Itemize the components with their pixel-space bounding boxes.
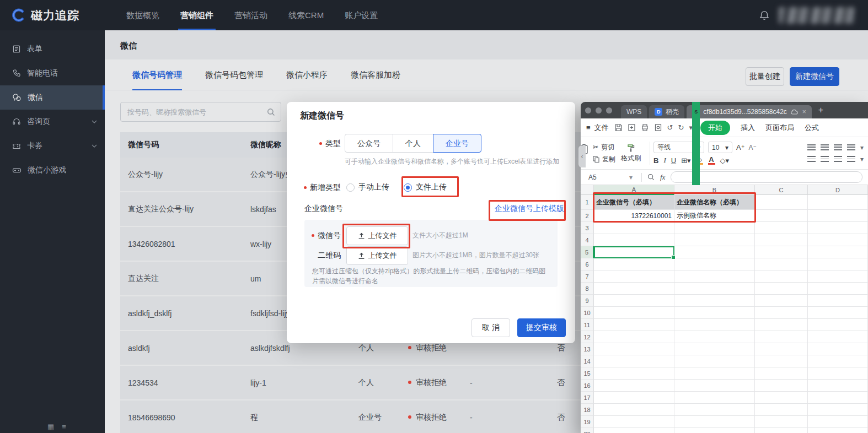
sheet-column-header[interactable]: C [755, 185, 808, 195]
sheet-row-header[interactable]: 5 [581, 246, 594, 258]
font-size-select[interactable]: 10 ▾ [708, 142, 732, 153]
orientation-icon[interactable] [847, 144, 855, 150]
sheet-cell[interactable] [674, 380, 755, 392]
sheet-cell[interactable] [594, 307, 674, 319]
sheet-cell[interactable] [674, 428, 755, 433]
wps-document-tab[interactable]: Scf8db1d35d9...5285858c42c× [687, 105, 811, 118]
sheet-cell[interactable] [755, 222, 808, 234]
sheet-cell[interactable] [755, 416, 808, 428]
increase-font-icon[interactable]: A⁺ [736, 143, 745, 151]
sheet-row-header[interactable]: 3 [581, 222, 594, 234]
sheet-cell[interactable] [594, 295, 674, 307]
save-icon[interactable] [614, 123, 623, 132]
sheet-cell[interactable] [755, 319, 808, 331]
sheet-cell[interactable] [755, 258, 808, 270]
sheet-cell[interactable] [674, 222, 755, 234]
sheet-cell[interactable] [755, 270, 808, 283]
sheet-cell[interactable] [808, 367, 868, 380]
template-download-link[interactable]: 企业微信号上传模版 [495, 202, 564, 214]
borders-icon[interactable]: ⊞▾ [681, 156, 690, 165]
sheet-row-header[interactable]: 2 [581, 210, 594, 222]
sheet-cell[interactable] [674, 367, 755, 380]
sheet-cell[interactable] [755, 404, 808, 416]
sheet-cell[interactable] [674, 331, 755, 343]
redo-icon[interactable]: ↻ [678, 123, 684, 132]
sheet-row-header[interactable]: 9 [581, 295, 594, 307]
sheet-row-header[interactable]: 4 [581, 234, 594, 246]
sheet-row-header[interactable]: 19 [581, 416, 594, 428]
sheet-row-header[interactable]: 14 [581, 355, 594, 367]
sheet-cell[interactable] [674, 258, 755, 270]
sheet-row-header[interactable]: 8 [581, 283, 594, 295]
sheet-cell[interactable] [755, 295, 808, 307]
sheet-cell[interactable] [808, 331, 868, 343]
sheet-cell[interactable] [674, 319, 755, 331]
cut-button[interactable]: ✂ 剪切 [593, 143, 615, 152]
sheet-cell[interactable] [755, 428, 808, 433]
sheet-row-header[interactable]: 13 [581, 343, 594, 355]
sheet-cell[interactable]: 企业微信名称（必填） [674, 195, 755, 210]
sheet-cell[interactable] [594, 258, 674, 270]
export-icon[interactable] [628, 123, 636, 132]
sheet-cell[interactable] [594, 367, 674, 380]
sheet-cell[interactable] [674, 307, 755, 319]
more-format-icon[interactable]: ◇▾ [720, 156, 730, 165]
sheet-cell[interactable] [808, 246, 868, 258]
wps-document-tab[interactable]: WPS [621, 105, 647, 118]
sheet-cell[interactable]: 13722610001 [594, 210, 674, 222]
sheet-corner-cell[interactable] [581, 185, 594, 195]
sheet-cell[interactable] [808, 380, 868, 392]
name-box[interactable]: A5 ▾ [585, 174, 636, 181]
sheet-cell[interactable] [808, 428, 868, 433]
underline-button[interactable]: U [671, 156, 676, 165]
sheet-row-header[interactable]: 11 [581, 319, 594, 331]
sheet-row-header[interactable]: 12 [581, 331, 594, 343]
sheet-cell[interactable] [808, 319, 868, 331]
sheet-cell[interactable] [755, 380, 808, 392]
upload-file-button-qrcode[interactable]: 上传文件 [346, 246, 408, 265]
sheet-cell[interactable] [808, 416, 868, 428]
format-painter-button[interactable]: 格式刷 [621, 144, 641, 163]
sheet-cell[interactable] [674, 234, 755, 246]
wps-titlebar[interactable]: WPSD稻壳Scf8db1d35d9...5285858c42c×+ [581, 102, 868, 118]
close-tab-icon[interactable]: × [802, 108, 806, 116]
sheet-cell[interactable] [594, 416, 674, 428]
type-option-button[interactable]: 个人 [393, 134, 433, 153]
radio-option[interactable]: 手动上传 [346, 182, 389, 192]
sheet-row-header[interactable]: 17 [581, 392, 594, 404]
sheet-cell[interactable] [594, 270, 674, 283]
sheet-cell[interactable]: 示例微信名称 [674, 210, 755, 222]
sheet-cell[interactable] [674, 404, 755, 416]
sheet-cell[interactable] [808, 222, 868, 234]
sheet-cell[interactable] [755, 195, 808, 210]
sheet-cell[interactable] [674, 416, 755, 428]
sheet-cell[interactable] [755, 343, 808, 355]
menu-tab-insert[interactable]: 插入 [741, 123, 755, 133]
sheet-cell[interactable] [674, 246, 755, 258]
sheet-cell[interactable]: 企业微信号（必填） [594, 195, 674, 210]
sheet-cell[interactable] [808, 355, 868, 367]
sheet-cell[interactable] [594, 355, 674, 367]
sheet-cell[interactable] [594, 331, 674, 343]
italic-button[interactable]: I [663, 156, 666, 165]
sheet-cell[interactable] [808, 343, 868, 355]
sheet-cell[interactable] [808, 270, 868, 283]
sheet-cell[interactable] [594, 428, 674, 433]
align-center-icon[interactable] [821, 156, 829, 162]
menu-tab-home[interactable]: 开始 [700, 121, 730, 135]
sheet-cell[interactable] [594, 222, 674, 234]
magnifier-icon[interactable] [647, 174, 655, 181]
sheet-cell[interactable] [755, 246, 808, 258]
sheet-column-header[interactable]: B [674, 185, 755, 195]
sheet-row-header[interactable]: 16 [581, 380, 594, 392]
sheet-cell[interactable] [594, 404, 674, 416]
align-left-icon[interactable] [807, 156, 816, 162]
sheet-row-header[interactable]: 10 [581, 307, 594, 319]
sheet-cell[interactable] [755, 283, 808, 295]
traffic-light-minimize[interactable] [596, 107, 602, 113]
align-middle-icon[interactable] [821, 144, 829, 150]
sheet-cell[interactable] [674, 295, 755, 307]
sheet-cell[interactable] [594, 380, 674, 392]
file-menu[interactable]: ≡ 文件 [586, 123, 609, 133]
type-option-selected[interactable]: 企业号 [433, 134, 481, 153]
